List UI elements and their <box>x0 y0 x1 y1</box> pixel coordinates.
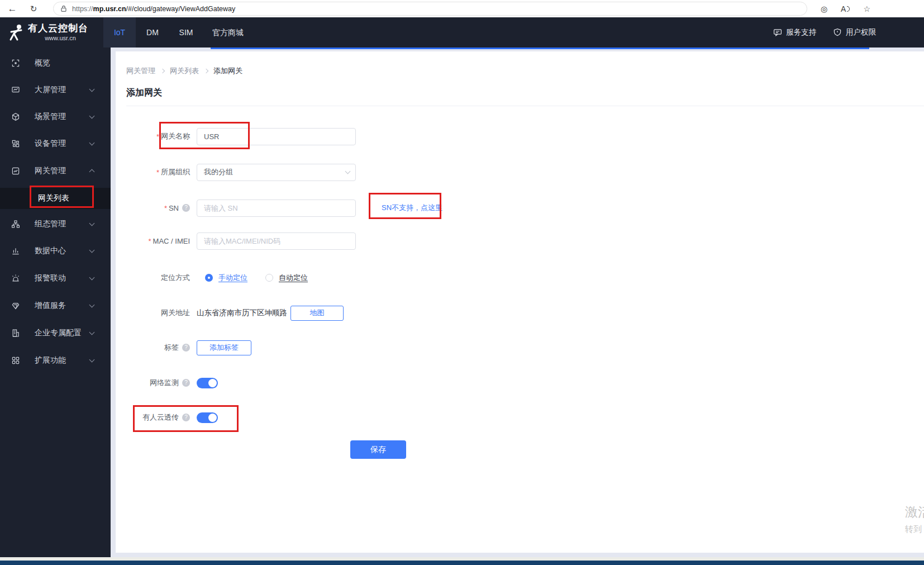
chevron-down-icon <box>89 140 95 146</box>
manual-positioning-option[interactable]: 手动定位 <box>218 273 247 283</box>
send-to-device-icon[interactable]: ◎ <box>821 4 827 13</box>
chevron-down-icon <box>345 169 351 174</box>
required-asterisk: * <box>164 204 167 212</box>
organization-select[interactable]: 我的分组 <box>197 164 356 181</box>
form-row-sn: * SN ? SN不支持，点这里 <box>116 198 442 217</box>
app-top-bar: 有人云控制台 www.usr.cn IoT DM SIM 官方商城 服务支持 用… <box>0 17 924 48</box>
sidebar-item-device-mgmt[interactable]: 设备管理 <box>0 131 111 156</box>
read-aloud-icon[interactable]: A <box>841 4 850 13</box>
help-icon[interactable]: ? <box>182 414 190 421</box>
tags-label: 标签 ? <box>116 343 197 353</box>
required-asterisk: * <box>148 237 151 245</box>
passthrough-toggle[interactable] <box>197 412 218 423</box>
browser-refresh-button[interactable]: ↻ <box>26 0 41 17</box>
add-tag-button[interactable]: 添加标签 <box>197 340 251 355</box>
user-permission-link[interactable]: 用户权限 <box>833 27 876 37</box>
tab-sim[interactable]: SIM <box>169 17 203 48</box>
manual-positioning-radio[interactable] <box>205 274 213 282</box>
network-monitor-toggle[interactable] <box>197 378 218 388</box>
browser-address-bar[interactable]: https://mp.usr.cn/#/cloud/gateway/ViewAd… <box>53 2 807 16</box>
form-row-address: 网关地址 山东省济南市历下区坤顺路 地图 <box>116 303 344 322</box>
gateway-name-label: * 网关名称 <box>116 131 197 141</box>
usr-logo-icon <box>7 23 26 42</box>
sidebar-item-gateway-list[interactable]: 网关列表 <box>0 188 111 209</box>
required-asterisk: * <box>156 168 159 177</box>
breadcrumb-gateway-mgmt[interactable]: 网关管理 <box>126 66 155 76</box>
title-divider <box>126 106 924 106</box>
auto-positioning-radio[interactable] <box>265 274 273 282</box>
chat-icon <box>773 28 782 37</box>
chevron-down-icon <box>89 87 95 92</box>
sidebar-item-topology-mgmt[interactable]: 组态管理 <box>0 212 111 236</box>
data-icon <box>11 246 20 255</box>
sidebar-item-enterprise-config[interactable]: 企业专属配置 <box>0 321 111 345</box>
chevron-down-icon <box>89 357 95 363</box>
breadcrumb-separator <box>160 69 165 73</box>
shield-icon <box>833 28 842 37</box>
chevron-down-icon <box>89 275 95 281</box>
address-label: 网关地址 <box>116 308 197 318</box>
help-icon[interactable]: ? <box>182 204 190 212</box>
chevron-up-icon <box>89 169 95 175</box>
organization-label: * 所属组织 <box>116 167 197 177</box>
gateway-icon <box>11 167 20 175</box>
screen-icon <box>11 86 20 94</box>
required-asterisk: * <box>156 132 159 141</box>
sidebar-item-value-added-services[interactable]: 增值服务 <box>0 293 111 318</box>
activation-watermark: 激活 转到 <box>905 504 924 535</box>
save-button[interactable]: 保存 <box>350 440 406 459</box>
chevron-down-icon <box>89 113 95 119</box>
sidebar-item-overview[interactable]: 概览 <box>0 51 111 75</box>
chevron-down-icon <box>89 302 95 308</box>
network-monitor-label: 网络监测 ? <box>116 378 197 388</box>
gateway-name-input[interactable] <box>197 128 356 145</box>
topology-icon <box>11 220 20 229</box>
taskbar-strip <box>0 561 924 565</box>
chevron-down-icon <box>89 248 95 253</box>
breadcrumb-current: 添加网关 <box>213 66 242 76</box>
tab-official-mall[interactable]: 官方商城 <box>203 17 253 48</box>
auto-positioning-option[interactable]: 自动定位 <box>279 273 308 283</box>
scene-icon <box>11 112 20 121</box>
service-support-link[interactable]: 服务支持 <box>773 27 816 37</box>
help-icon[interactable]: ? <box>182 344 190 352</box>
app-title: 有人云控制台 <box>28 22 88 35</box>
form-row-tags: 标签 ? 添加标签 <box>116 338 251 357</box>
form-row-network-monitor: 网络监测 ? <box>116 373 218 392</box>
breadcrumb: 网关管理 网关列表 添加网关 <box>126 66 242 76</box>
browser-back-button[interactable]: ← <box>4 0 20 17</box>
sidebar-item-screen-mgmt[interactable]: 大屏管理 <box>0 78 111 102</box>
extension-icon <box>11 356 20 365</box>
tab-iot[interactable]: IoT <box>103 17 136 48</box>
passthrough-label: 有人云透传 ? <box>116 412 197 422</box>
app-subtitle: www.usr.cn <box>29 35 92 41</box>
help-icon[interactable]: ? <box>182 379 190 387</box>
sn-not-supported-link[interactable]: SN不支持，点这里 <box>382 203 442 213</box>
lock-icon <box>60 5 67 12</box>
browser-chrome: ← ↻ https://mp.usr.cn/#/cloud/gateway/Vi… <box>0 0 924 17</box>
map-button[interactable]: 地图 <box>290 306 344 321</box>
url-text: https://mp.usr.cn/#/cloud/gateway/ViewAd… <box>72 5 235 13</box>
chevron-down-icon <box>89 221 95 226</box>
top-nav-tabs: IoT DM SIM 官方商城 <box>103 17 253 48</box>
sn-input[interactable] <box>197 200 356 217</box>
sn-label: * SN ? <box>116 204 197 212</box>
form-row-organization: * 所属组织 我的分组 <box>116 163 356 182</box>
sidebar-item-extensions[interactable]: 扩展功能 <box>0 348 111 373</box>
form-row-mac-imei: * MAC / IMEI <box>116 231 356 250</box>
mac-imei-input[interactable] <box>197 232 356 250</box>
sidebar-item-scene-mgmt[interactable]: 场景管理 <box>0 105 111 129</box>
page-title: 添加网关 <box>126 87 162 99</box>
nav-accent-line <box>211 48 869 49</box>
sidebar-item-gateway-mgmt[interactable]: 网关管理 <box>0 159 111 183</box>
form-row-gateway-name: * 网关名称 <box>116 127 356 146</box>
favorite-star-icon[interactable]: ☆ <box>863 4 870 13</box>
enterprise-icon <box>11 329 20 338</box>
tab-dm[interactable]: DM <box>136 17 169 48</box>
sidebar-item-data-center[interactable]: 数据中心 <box>0 239 111 263</box>
positioning-label: 定位方式 <box>116 273 197 283</box>
breadcrumb-gateway-list[interactable]: 网关列表 <box>170 66 199 76</box>
sidebar-item-alarm-linkage[interactable]: 报警联动 <box>0 266 111 291</box>
address-value: 山东省济南市历下区坤顺路 <box>197 308 287 318</box>
sidebar: 概览 大屏管理 场景管理 设备管理 网关管理 网关列表 组态管理 <box>0 48 111 557</box>
